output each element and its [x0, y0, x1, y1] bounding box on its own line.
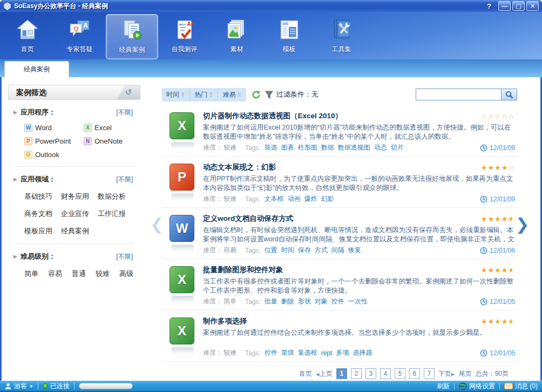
filter-level-link[interactable]: 较难 — [96, 269, 110, 279]
filter-level-link[interactable]: 普通 — [72, 269, 86, 279]
case-tag[interactable]: 保存 — [298, 246, 311, 255]
page-number-1[interactable]: 1 — [336, 368, 347, 379]
case-title[interactable]: 切片器制作动态数据透视图（Excel 2010） — [203, 111, 342, 121]
case-tag[interactable]: 时间 — [281, 246, 294, 255]
case-tag[interactable]: 批量 — [265, 297, 277, 306]
search-button[interactable] — [501, 89, 517, 100]
case-tag[interactable]: 控件 — [331, 297, 344, 306]
case-item[interactable]: P 动态文本展现之：幻影 ★★★★☆ 在用PPT制作演示文稿时，为了使重点内容更… — [162, 157, 517, 208]
nav-item-home[interactable]: 首页 — [1, 14, 53, 59]
filter-app-excel[interactable]: XExcel — [84, 124, 137, 132]
nav-item-self-test[interactable]: A+ 自我测评 — [158, 14, 211, 59]
maximize-button[interactable]: ▢ — [512, 1, 525, 11]
case-tag[interactable]: 形状 — [298, 297, 311, 306]
case-title[interactable]: 制作多项选择 — [203, 316, 247, 326]
case-tag[interactable]: 一次性 — [348, 297, 368, 306]
filter-field-link[interactable]: 模板应用 — [24, 226, 52, 236]
case-date: 12/01/09 — [480, 195, 515, 203]
next-list-chevron[interactable]: ❯ — [516, 215, 529, 234]
case-tag[interactable]: 方式 — [315, 246, 328, 255]
case-title[interactable]: 批量删除图形和控件对象 — [203, 265, 283, 275]
filter-field-link[interactable]: 财务应用 — [61, 192, 89, 201]
sort-by-difficulty-button[interactable]: 难易⇧ — [218, 88, 246, 102]
filter-level-link[interactable]: 容易 — [48, 269, 62, 279]
filter-field-link[interactable]: 基础技巧 — [24, 192, 52, 201]
prev-page-link[interactable]: ◀上页 — [316, 369, 333, 379]
case-tag[interactable]: 选择题 — [353, 348, 372, 357]
filter-field-link[interactable]: 经典案例 — [61, 226, 89, 236]
case-title[interactable]: 定义word文档自动保存方式 — [203, 214, 293, 224]
search-input[interactable] — [416, 89, 501, 100]
messages-link[interactable]: 消息 (0) — [504, 382, 538, 391]
filter-app-powerpoint[interactable]: PPowerPoint — [24, 137, 84, 145]
last-page-link[interactable]: 尾页 — [459, 369, 472, 379]
case-tag[interactable]: 数据 — [321, 143, 334, 152]
case-item[interactable]: X 批量删除图形和控件对象 ★★★★☆★ 当工作表中有很多控件或者图片等对象时，… — [162, 259, 517, 310]
sort-by-time-button[interactable]: 时间⇧ — [162, 88, 190, 102]
user-menu[interactable]: 游客 ▼ — [4, 382, 33, 391]
filter-field-link[interactable]: 数据分析 — [98, 192, 126, 201]
help-button[interactable]: ? — [487, 2, 491, 10]
case-tag[interactable]: 多项 — [336, 348, 349, 357]
tab-classic-cases[interactable]: 经典案例 — [4, 61, 69, 77]
filter-level-link[interactable]: 高级 — [119, 269, 133, 279]
case-tag[interactable]: 恢复 — [348, 246, 361, 255]
case-tag[interactable]: 动画 — [288, 194, 301, 204]
case-tag[interactable]: 数据透视图 — [338, 143, 370, 152]
case-tag[interactable]: 复选框 — [298, 348, 317, 357]
case-tag[interactable]: 位置 — [265, 246, 277, 255]
nav-item-expert-qa[interactable]: AQ 专家答疑 — [53, 14, 106, 59]
network-settings-link[interactable]: 网络设置 — [459, 382, 495, 391]
page-number-7[interactable]: 7 — [424, 368, 435, 379]
case-tag[interactable]: 图表 — [281, 143, 294, 152]
case-tag[interactable]: 爆炸 — [304, 194, 317, 204]
case-tag[interactable]: 切片 — [391, 143, 404, 152]
page-number-2[interactable]: 2 — [351, 368, 362, 379]
refresh-link[interactable]: 刷新 — [437, 382, 450, 391]
next-page-link[interactable]: 下页▶ — [438, 369, 455, 379]
case-title[interactable]: 动态文本展现之：幻影 — [203, 163, 276, 172]
field-no-limit-link[interactable]: [不限] — [116, 175, 133, 184]
filter-condition-label: 过滤条件：无 — [276, 90, 319, 99]
case-item[interactable]: W 定义word文档自动保存方式 ★★★★☆★ 在编辑文档时，有时候会突然遇到死… — [162, 208, 517, 259]
page-number-6[interactable]: 6 — [409, 368, 420, 379]
nav-item-classic-cases[interactable]: 经典案例 — [106, 14, 158, 59]
case-tag[interactable]: 动态 — [374, 143, 387, 152]
case-tag[interactable]: 对象 — [315, 297, 328, 306]
page-number-3[interactable]: 3 — [365, 368, 376, 379]
close-button[interactable]: ✕ — [526, 1, 539, 11]
case-item[interactable]: X 切片器制作动态数据透视图（Excel 2010） ☆☆☆☆☆ 案例阐述了如何… — [162, 105, 517, 157]
filter-app-word[interactable]: WWord — [24, 124, 84, 132]
filter-field-link[interactable]: 商务文档 — [24, 209, 52, 219]
refresh-list-button[interactable] — [252, 90, 261, 99]
nav-item-templates[interactable]: 模板 — [263, 14, 315, 59]
sort-by-popularity-button[interactable]: 热门⇧ — [190, 88, 218, 102]
case-tag[interactable]: 文本框 — [265, 194, 284, 204]
level-no-limit-link[interactable]: [不限] — [116, 252, 133, 261]
filter-app-onenote[interactable]: NOneNote — [84, 137, 137, 145]
nav-item-materials[interactable]: 素材 — [211, 14, 263, 59]
page-number-5[interactable]: 5 — [395, 368, 405, 379]
case-tag[interactable]: 筛选 — [265, 143, 277, 152]
app-no-limit-link[interactable]: [不限] — [116, 108, 133, 117]
sort-asc-icon: ⇧ — [180, 91, 185, 98]
page-number-4[interactable]: 4 — [380, 368, 391, 379]
filter-field-link[interactable]: 企业宣传 — [61, 209, 89, 219]
case-tag[interactable]: 幻影 — [321, 194, 334, 204]
case-tag[interactable]: 柱形图 — [298, 143, 317, 152]
filter-app-outlook[interactable]: OOutlook — [24, 151, 84, 159]
section-arrow-icon: ▶ — [13, 254, 17, 259]
filter-level-link[interactable]: 简单 — [24, 269, 38, 279]
nav-item-tools[interactable]: 工具集 — [315, 14, 368, 59]
prev-list-chevron[interactable]: ❮ — [150, 215, 164, 234]
minimize-button[interactable]: — — [498, 1, 511, 11]
case-tag[interactable]: 星级 — [281, 348, 294, 357]
filter-field-link[interactable]: 工作汇报 — [98, 209, 126, 219]
case-tag[interactable]: 删除 — [281, 297, 294, 306]
case-item[interactable]: X 制作多项选择 ★★★★☆★ 案例阐述了如何通过控件结合公式来制作多项选择。当… — [162, 310, 517, 362]
difficulty-label: 难度： — [203, 297, 222, 306]
case-tag[interactable]: 控件 — [265, 348, 277, 357]
case-tag[interactable]: rept — [321, 349, 333, 357]
first-page-link[interactable]: 首页 — [299, 369, 312, 379]
case-tag[interactable]: 间隔 — [331, 246, 344, 255]
